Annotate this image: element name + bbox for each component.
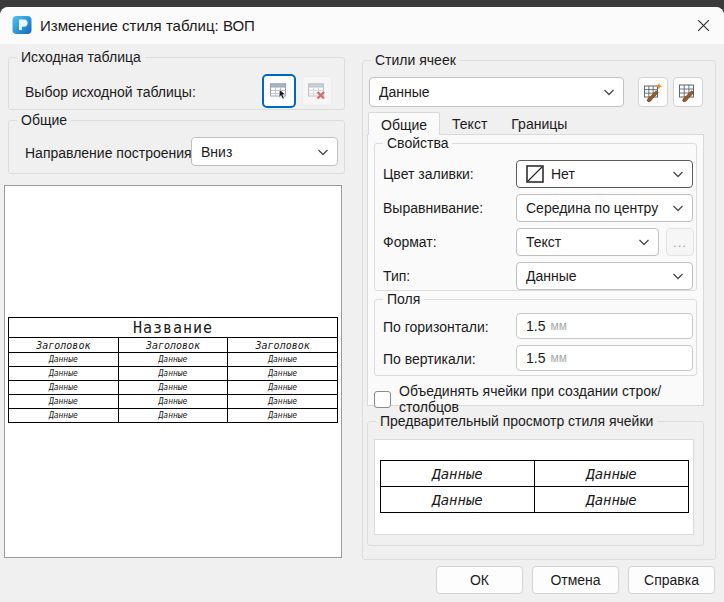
tab-text[interactable]: Текст xyxy=(440,112,499,135)
chevron-down-icon[interactable] xyxy=(672,204,684,213)
group-properties: Свойства Цвет заливки: Нет Выравнивание:… xyxy=(374,143,697,291)
preview-header-cell: Заголовок xyxy=(9,338,119,353)
cell-preview-cell: Данные xyxy=(535,461,689,487)
type-select[interactable]: Данные xyxy=(516,262,693,290)
select-source-table-button[interactable] xyxy=(262,74,296,108)
cell-preview-cell: Данные xyxy=(381,487,535,513)
vertical-margin-label: По вертикали: xyxy=(383,351,476,367)
help-button[interactable]: Справка xyxy=(628,566,715,594)
preview-data-cell: Данные xyxy=(228,409,338,423)
group-properties-label: Свойства xyxy=(383,135,452,151)
horizontal-margin-value: 1.5 xyxy=(526,318,545,334)
group-cell-styles: Стили ячеек Данные Общие Текст Грани xyxy=(362,60,716,560)
group-cell-preview-label: Предварительный просмотр стиля ячейки xyxy=(376,413,657,429)
preview-data-cell: Данные xyxy=(9,381,119,395)
cell-style-value: Данные xyxy=(379,84,430,100)
merge-cells-label: Объединять ячейки при создании строк/сто… xyxy=(399,383,703,415)
preview-data-cell: Данные xyxy=(118,367,228,381)
format-more-button[interactable]: ... xyxy=(666,228,694,256)
app-icon xyxy=(12,15,32,35)
build-direction-select[interactable]: Вниз xyxy=(191,137,338,166)
tab-panel-general: Свойства Цвет заливки: Нет Выравнивание:… xyxy=(367,134,704,406)
format-value: Текст xyxy=(526,234,561,250)
preview-data-cell: Данные xyxy=(9,395,119,409)
format-label: Формат: xyxy=(383,234,437,250)
preview-data-cell: Данные xyxy=(118,381,228,395)
new-cell-style-button[interactable] xyxy=(638,77,668,107)
fill-color-select[interactable]: Нет xyxy=(516,160,693,188)
clear-source-table-button[interactable] xyxy=(302,76,332,106)
group-margins-label: Поля xyxy=(383,291,424,307)
cell-preview-canvas: Данные Данные Данные Данные xyxy=(374,439,694,535)
preview-data-cell: Данные xyxy=(228,353,338,367)
merge-cells-checkbox-row: Объединять ячейки при создании строк/сто… xyxy=(374,383,703,415)
chevron-down-icon[interactable] xyxy=(603,88,615,97)
alignment-label: Выравнивание: xyxy=(383,200,483,216)
cell-preview-cell: Данные xyxy=(535,487,689,513)
chevron-down-icon[interactable] xyxy=(672,272,684,281)
group-cell-preview: Предварительный просмотр стиля ячейки Да… xyxy=(367,421,704,546)
table-preview-canvas: Название Заголовок Заголовок Заголовок Д… xyxy=(4,185,342,558)
tab-borders[interactable]: Границы xyxy=(499,112,579,135)
group-general: Общие Направление построения: Вниз xyxy=(8,120,345,174)
preview-header-cell: Заголовок xyxy=(118,338,228,353)
vertical-margin-unit: мм xyxy=(550,351,567,365)
preview-data-cell: Данные xyxy=(228,367,338,381)
table-delete-icon xyxy=(307,81,327,101)
preview-data-cell: Данные xyxy=(9,353,119,367)
chevron-down-icon[interactable] xyxy=(638,238,650,247)
vertical-margin-value: 1.5 xyxy=(526,350,545,366)
fill-color-label: Цвет заливки: xyxy=(383,166,474,182)
chevron-down-icon[interactable] xyxy=(672,170,684,179)
preview-data-cell: Данные xyxy=(118,409,228,423)
no-fill-swatch-icon xyxy=(526,165,544,183)
alignment-value: Середина по центру xyxy=(526,200,658,216)
build-direction-label: Направление построения: xyxy=(25,145,196,161)
preview-table: Название Заголовок Заголовок Заголовок Д… xyxy=(8,317,338,423)
table-style-dialog: Изменение стиля таблиц: ВОП Исходная таб… xyxy=(0,7,724,602)
fill-color-value: Нет xyxy=(551,166,575,182)
tab-general[interactable]: Общие xyxy=(368,112,440,135)
cell-preview-cell: Данные xyxy=(381,461,535,487)
cell-style-select[interactable]: Данные xyxy=(369,77,624,107)
window-title: Изменение стиля таблиц: ВОП xyxy=(40,7,255,44)
preview-header-cell: Заголовок xyxy=(228,338,338,353)
close-icon xyxy=(696,18,711,33)
cell-preview-table: Данные Данные Данные Данные xyxy=(380,460,689,513)
cancel-button[interactable]: Отмена xyxy=(532,566,619,594)
preview-data-cell: Данные xyxy=(9,367,119,381)
horizontal-margin-unit: мм xyxy=(550,319,567,333)
close-button[interactable] xyxy=(695,17,712,34)
build-direction-value: Вниз xyxy=(201,144,232,160)
title-bar: Изменение стиля таблиц: ВОП xyxy=(0,7,724,44)
horizontal-margin-label: По горизонтали: xyxy=(383,319,489,335)
group-source-table-label: Исходная таблица xyxy=(17,49,145,65)
group-cell-styles-label: Стили ячеек xyxy=(371,52,460,68)
group-margins: Поля По горизонтали: 1.5 мм По вертикали… xyxy=(374,299,697,376)
alignment-select[interactable]: Середина по центру xyxy=(516,194,693,222)
preview-title-cell: Название xyxy=(9,318,338,338)
preview-data-cell: Данные xyxy=(118,353,228,367)
select-source-label: Выбор исходной таблицы: xyxy=(25,84,196,100)
chevron-down-icon[interactable] xyxy=(317,148,329,157)
type-label: Тип: xyxy=(383,268,410,284)
tab-bar: Общие Текст Границы xyxy=(368,112,579,135)
merge-cells-checkbox[interactable] xyxy=(374,391,391,408)
group-source-table: Исходная таблица Выбор исходной таблицы: xyxy=(8,57,345,110)
group-general-label: Общие xyxy=(17,112,71,128)
table-brush-new-icon xyxy=(643,82,663,102)
table-brush-icon xyxy=(678,82,698,102)
vertical-margin-input[interactable]: 1.5 мм xyxy=(516,345,693,371)
preview-data-cell: Данные xyxy=(9,409,119,423)
preview-data-cell: Данные xyxy=(228,381,338,395)
edit-cell-style-button[interactable] xyxy=(673,77,703,107)
format-select[interactable]: Текст xyxy=(516,228,659,256)
horizontal-margin-input[interactable]: 1.5 мм xyxy=(516,313,693,339)
ok-button[interactable]: ОК xyxy=(436,566,523,594)
type-value: Данные xyxy=(526,268,577,284)
preview-data-cell: Данные xyxy=(228,395,338,409)
preview-data-cell: Данные xyxy=(118,395,228,409)
table-select-icon xyxy=(269,81,289,101)
